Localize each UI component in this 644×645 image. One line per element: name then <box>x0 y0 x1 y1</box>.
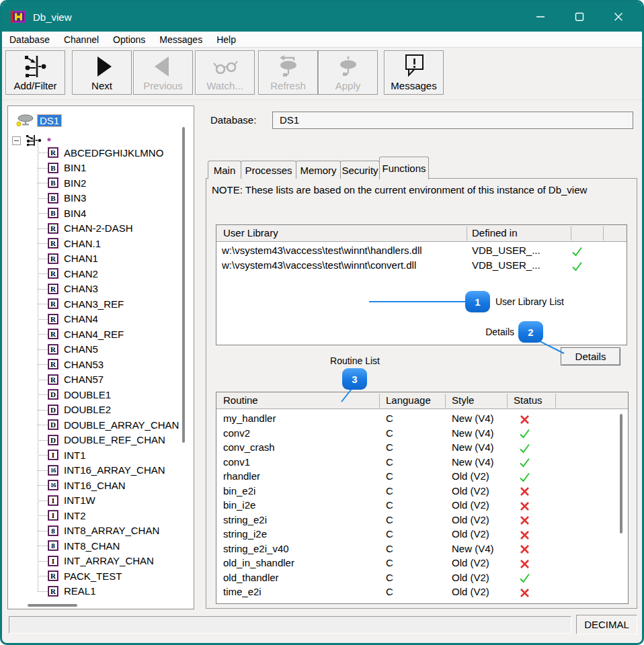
tree-item[interactable]: DDOUBLE1 <box>8 387 194 402</box>
tree-item-label: CHAN53 <box>64 359 104 370</box>
tree-item[interactable]: BBIN3 <box>8 191 194 206</box>
routine-status <box>519 585 530 599</box>
tree-item[interactable]: BBIN4 <box>8 206 194 221</box>
routine-row[interactable]: string_e2iCOld (V2) <box>216 513 628 527</box>
previous-button[interactable]: Previous <box>133 50 193 95</box>
routine-row[interactable]: conv_crashCNew (V4) <box>216 440 628 455</box>
x-icon <box>519 529 530 541</box>
menu-item-database[interactable]: Database <box>9 33 50 46</box>
toolbar-button-label: Apply <box>335 80 361 92</box>
routine-style: New (V4) <box>452 455 494 470</box>
routine-row[interactable]: string_e2i_v40CNew (V4) <box>216 542 628 556</box>
user-library-row[interactable]: w:\vsystem43\vaccess\test\winnt\handlers… <box>216 243 627 258</box>
tree-item[interactable]: IINT1 <box>8 447 194 463</box>
routine-vertical-scrollbar[interactable] <box>620 414 622 533</box>
menu-item-options[interactable]: Options <box>112 33 146 46</box>
tab-security[interactable]: Security <box>340 161 380 179</box>
library-path: w:\vsystem43\vaccess\test\winnt\convert.… <box>222 258 416 273</box>
tree-item[interactable]: RCHAN1 <box>8 251 194 267</box>
tree-connector-line <box>38 394 48 395</box>
tree-item[interactable]: RCHAN5 <box>8 342 194 357</box>
routine-row[interactable]: bin_e2iCOld (V2) <box>216 484 628 499</box>
routine-style: Old (V2) <box>452 527 489 542</box>
tree-item-label: INT8_ARRAY_CHAN <box>64 525 159 536</box>
tab-memory[interactable]: Memory <box>296 161 341 179</box>
messages-button[interactable]: Messages <box>384 50 444 95</box>
tree-connector-line <box>38 319 48 320</box>
routine-row[interactable]: string_i2eCOld (V2) <box>216 527 628 542</box>
collapse-expand-icon[interactable] <box>12 136 21 145</box>
tree-vertical-scrollbar[interactable] <box>182 127 185 443</box>
tree-item[interactable]: RCHAN3_REF <box>8 296 194 312</box>
tree-item[interactable]: RCHAN-2-DASH <box>8 221 194 236</box>
tree-item[interactable]: DDOUBLE_REF_CHAN <box>8 433 194 448</box>
channel-type-icon: R <box>48 570 58 581</box>
add-filter-button[interactable]: Add/Filter <box>5 50 65 95</box>
tree-item[interactable]: RREAL1 <box>8 584 194 599</box>
tree-item[interactable]: RABCEDFGHIJKLMNO <box>8 145 194 161</box>
channel-type-icon: R <box>48 344 58 355</box>
tree-item-label: CHAN.1 <box>64 238 101 249</box>
tree-item[interactable]: 8INT8_CHAN <box>8 538 194 554</box>
routine-row[interactable]: conv2CNew (V4) <box>216 426 628 441</box>
tree-item[interactable]: IINT1W <box>8 493 194 509</box>
watch-button[interactable]: Watch... <box>195 50 255 95</box>
apply-button[interactable]: Apply <box>318 50 378 95</box>
tree-item-label: CHAN5 <box>64 343 98 355</box>
tree-item[interactable]: RCHAN3 <box>8 282 194 297</box>
toolbar-button-label: Refresh <box>270 80 306 92</box>
tree-filter-label: * <box>47 135 51 146</box>
tree-item[interactable]: DDOUBLE_ARRAY_CHAN <box>8 417 194 433</box>
details-button[interactable]: Details <box>561 347 620 366</box>
tree-item[interactable]: RCHAN4_REF <box>8 327 194 342</box>
tree-item[interactable]: RCHAN4 <box>8 312 194 327</box>
column-divider <box>507 394 508 408</box>
routine-row[interactable]: old_in_shandlerCOld (V2) <box>216 556 628 570</box>
tree-item[interactable]: BBIN2 <box>8 175 194 191</box>
database-field[interactable]: DS1 <box>272 112 633 129</box>
refresh-button[interactable]: Refresh <box>258 50 318 95</box>
menu-item-channel[interactable]: Channel <box>63 33 99 46</box>
routine-style: Old (V2) <box>452 585 489 599</box>
tab-functions[interactable]: Functions <box>379 157 429 179</box>
tree-item[interactable]: RCHAN53 <box>8 357 194 372</box>
next-button[interactable]: Next <box>72 50 132 95</box>
routine-row[interactable]: time_e2iCOld (V2) <box>216 585 628 599</box>
tree-horizontal-scrollbar[interactable] <box>28 604 77 607</box>
tree-item[interactable]: 16INT16_CHAN <box>8 478 194 493</box>
routine-row[interactable]: rhandlerCOld (V2) <box>216 469 628 484</box>
tree-item[interactable]: RCHAN57 <box>8 372 194 388</box>
channel-type-icon: R <box>48 147 58 158</box>
tree-item[interactable]: RCHAN2 <box>8 266 194 282</box>
tree-item[interactable]: 8INT8_ARRAY_CHAN <box>8 523 194 539</box>
maximize-icon <box>575 12 584 22</box>
routine-row[interactable]: conv1CNew (V4) <box>216 455 628 470</box>
routine-status <box>519 556 530 570</box>
tree-item[interactable]: RPACK_TEST <box>8 568 194 584</box>
tree-item[interactable]: IINT_ARRAY_CHAN <box>8 554 194 569</box>
minimize-button[interactable] <box>521 2 560 32</box>
routine-name: string_e2i <box>223 513 267 527</box>
routine-row[interactable]: bin_i2eCOld (V2) <box>216 498 628 513</box>
tab-main[interactable]: Main <box>208 161 241 179</box>
user-library-row[interactable]: w:\vsystem43\vaccess\test\winnt\convert.… <box>216 258 627 273</box>
callout-label-2: Details <box>465 327 514 337</box>
tree-item[interactable]: RCHAN.1 <box>8 236 194 251</box>
previous-icon <box>151 53 176 80</box>
tree-root-node[interactable]: DS1 <box>8 113 61 128</box>
routine-name: conv_crash <box>223 440 275 455</box>
close-button[interactable] <box>599 2 638 32</box>
menu-item-help[interactable]: Help <box>216 33 237 46</box>
menu-item-messages[interactable]: Messages <box>159 33 203 46</box>
tree-item-label: CHAN3_REF <box>64 298 124 310</box>
tree-item[interactable]: BBIN1 <box>8 161 194 176</box>
tree-item[interactable]: IINT2 <box>8 508 194 523</box>
routine-row[interactable]: old_thandlerCOld (V2) <box>216 570 628 585</box>
tree-item[interactable]: 16INT16_ARRAY_CHAN <box>8 463 194 478</box>
column-divider <box>445 394 446 408</box>
tree-item[interactable]: DDOUBLE2 <box>8 402 194 418</box>
tab-processes[interactable]: Processes <box>241 161 296 179</box>
routine-row[interactable]: my_handlerCNew (V4) <box>216 411 628 426</box>
tree-item-label: DOUBLE_ARRAY_CHAN <box>64 419 179 431</box>
maximize-button[interactable] <box>560 2 599 32</box>
